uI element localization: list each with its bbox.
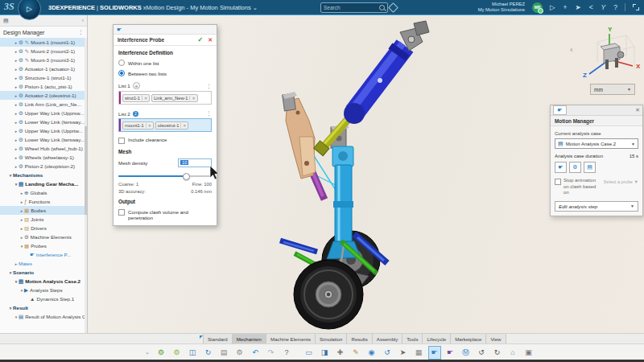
selection-chip-oleostrut-1[interactable]: oleostrut-1✕ xyxy=(155,121,189,130)
search-input[interactable]: Search xyxy=(320,2,388,13)
export-steps-button[interactable]: ▤ xyxy=(584,162,596,173)
mesh-density-slider[interactable] xyxy=(118,173,212,179)
help-icon[interactable]: ? xyxy=(613,0,617,14)
collaboration-icon[interactable]: Y xyxy=(601,0,606,14)
tree-item-actuator-2-oleostrut-1[interactable]: ▸⚙Actuator-2 (oleostrut-1) xyxy=(0,91,85,100)
tree-item-piston-2-oleopiston-2[interactable]: ▸⚙Piston-2 (oleopiston-2) xyxy=(0,162,85,171)
refresh-icon[interactable]: ↻ xyxy=(202,346,215,360)
tree-item-result[interactable]: ▾Result xyxy=(0,303,85,312)
snapshot-icon[interactable]: ▦ xyxy=(412,346,425,360)
tree-item-globals[interactable]: ▸⊕Globals xyxy=(0,188,85,197)
radio-off-icon[interactable] xyxy=(118,60,125,66)
edit-analysis-step-bar[interactable]: Edit analysis step ▼ xyxy=(555,201,638,212)
kebab-menu-icon[interactable]: ⋮ xyxy=(206,110,212,117)
tree-item-upper-way-link-upprsw[interactable]: ▸⚙Upper Way Link (Upprsw... xyxy=(0,109,85,117)
ground-icon[interactable]: ▭ xyxy=(303,346,316,360)
sketch-icon[interactable]: ✎ xyxy=(349,346,362,360)
results-box-icon[interactable]: ▣ xyxy=(522,346,535,360)
selection-chip-strut1-1[interactable]: strut1-1✕ xyxy=(122,94,150,102)
tag-icon[interactable] xyxy=(388,2,398,13)
toolbar-chevron-icon[interactable]: ⌄ xyxy=(145,349,155,356)
tree-item-wheel-hub-wheel-hub-1[interactable]: ▸⚙Wheel Hub (wheel_hub-1) xyxy=(0,144,85,153)
manipulator-icon[interactable]: ✚ xyxy=(334,346,347,360)
confirm-icon[interactable]: ✓ xyxy=(197,36,203,43)
compute-clash-row[interactable]: Compute clash volume and penetration xyxy=(118,209,212,220)
radio-on-icon[interactable] xyxy=(118,70,125,76)
checkbox-icon[interactable] xyxy=(118,138,125,144)
tree-item-landing-gear-mecha[interactable]: ▾▤Landing Gear Mecha... xyxy=(0,179,85,188)
tree-item-piston-1-actu-pist-1[interactable]: ▸⚙Piston-1 (actu_pist-1) xyxy=(0,82,85,91)
properties-sheet-icon[interactable]: ▤ xyxy=(217,346,230,360)
tree-scrollbar[interactable] xyxy=(85,38,87,333)
tree-item-scenario[interactable]: ▾Scenario xyxy=(0,268,85,277)
mates-icon[interactable]: Ⓜ xyxy=(460,346,473,360)
search-icon[interactable] xyxy=(379,5,385,10)
home-icon[interactable]: ⌂ xyxy=(506,346,519,360)
select-probe-dropdown[interactable]: Select a probe ▼ xyxy=(603,179,638,184)
help-icon[interactable]: ? xyxy=(280,346,293,360)
clash-detail-icon[interactable]: ↻ xyxy=(491,346,504,360)
panel-collapse-chevron[interactable]: ‹ xyxy=(570,44,573,54)
tree-item-bodies[interactable]: ▸▦Bodies xyxy=(0,206,85,215)
tree-item-functions[interactable]: ▸ƒFunctions xyxy=(0,197,85,206)
cube-icon[interactable]: ◨ xyxy=(318,346,331,360)
panel-collapse-icon[interactable]: ‹ xyxy=(82,18,84,23)
tree-item-mates[interactable]: ▸Mates xyxy=(0,259,85,268)
tree-item-result-of-motion-analysis-ca[interactable]: ▾▤Result of Motion Analysis Ca... xyxy=(0,312,85,321)
motion-manager-tab-icon[interactable]: ☛ xyxy=(553,105,567,115)
tree-item-actuator-1-actuator-1[interactable]: ▸⚙Actuator-1 (actuator-1) xyxy=(0,64,85,73)
probe-config-icon[interactable]: ☛ xyxy=(444,346,456,360)
undo-icon[interactable]: ↶ xyxy=(249,346,262,360)
tree-item-wheels-wheelassy-1[interactable]: ▸⚙Wheels (wheelassy-1) xyxy=(0,153,85,162)
tree-item-link-arm-link-arm-ne[interactable]: ▸⚙Link Arm (Link_arm_Ne... xyxy=(0,100,85,109)
close-icon[interactable]: ✕ xyxy=(635,107,640,113)
fullscreen-icon[interactable] xyxy=(633,4,639,10)
checkbox-icon[interactable] xyxy=(118,209,125,216)
units-dropdown[interactable]: mm ▼ xyxy=(590,84,635,95)
add-icon[interactable]: + xyxy=(564,0,568,14)
tree-item-mount-1-mount1-1[interactable]: ▸⚙✎Mount-1 (mount1-1) xyxy=(0,38,85,47)
list2-selection-field[interactable]: mount1-1✕oleostrut-1✕ xyxy=(118,118,212,132)
chip-remove-icon[interactable]: ✕ xyxy=(189,96,195,101)
new-content-icon[interactable]: ⚙ xyxy=(155,346,167,360)
redo-icon[interactable]: ↷ xyxy=(265,346,278,360)
tree-item-mechanisms[interactable]: ▾Mechanisms xyxy=(0,171,85,179)
selection-chip-mount1-1[interactable]: mount1-1✕ xyxy=(122,121,154,130)
close-icon[interactable]: ✕ xyxy=(208,37,213,43)
tree-item-probes[interactable]: ▾▩Probes xyxy=(0,241,85,250)
tree-item-joints[interactable]: ▸▧Joints xyxy=(0,215,85,224)
share-content-icon[interactable]: ➤ xyxy=(576,0,581,14)
document-title[interactable]: xMotion Design - My Motion Simulations xyxy=(143,4,251,11)
orientation-triad[interactable]: Y X Z xyxy=(573,24,642,88)
globe-icon[interactable]: ◉ xyxy=(365,346,378,360)
settings-gear-icon[interactable]: ⚙ xyxy=(233,346,246,360)
probe-button[interactable]: ☛ xyxy=(555,162,567,173)
clash-review-icon[interactable]: ↺ xyxy=(475,346,488,360)
pointer-icon[interactable]: ➤ xyxy=(397,346,410,360)
tree-item-upper-way-link-upprtw[interactable]: ▸⚙Upper Way Link (Upprtw... xyxy=(0,126,85,135)
slider-knob[interactable] xyxy=(183,173,190,180)
tree-item-dynamics-step-1[interactable]: ▲Dynamics Step.1 xyxy=(0,294,85,303)
tree-item-lower-way-link-lwrsway[interactable]: ▸⚙Lower Way Link (lwrsway... xyxy=(0,135,85,144)
tree-item-structure-1-strut1-1[interactable]: ▸⚙Structure-1 (strut1-1) xyxy=(0,73,85,82)
mesh-density-input[interactable]: 10 xyxy=(178,158,212,167)
selection-chip-link-arm-new-1[interactable]: Link_arm_New-1✕ xyxy=(151,94,197,102)
tree-item-lower-way-link-lwrsway[interactable]: ▸⚙Lower Way Link (lwrsway... xyxy=(0,117,85,126)
tree-item-drivers[interactable]: ▸▨Drivers xyxy=(0,224,85,232)
kebab-menu-icon[interactable]: ⋮ xyxy=(78,29,84,35)
interference-probe-icon[interactable]: ☛ xyxy=(428,346,441,360)
import-content-icon[interactable]: ⚙ xyxy=(171,346,184,360)
play-icon[interactable]: ▷ xyxy=(550,0,555,14)
include-clearance-row[interactable]: Include clearance xyxy=(118,137,212,144)
tree-item-mount-2-mount2-1[interactable]: ▸⚙✎Mount-2 (mount2-1) xyxy=(0,47,85,56)
list1-selection-field[interactable]: strut1-1✕Link_arm_New-1✕ xyxy=(118,91,212,105)
avatar[interactable]: MP xyxy=(532,2,543,13)
title-caret-icon[interactable]: ⌄ xyxy=(253,4,258,11)
dialog-title-bar[interactable]: Interference Probe ✓ ✕ xyxy=(114,35,217,46)
tree-item-machine-elements[interactable]: ▸⚙Machine Elements xyxy=(0,232,85,241)
save-icon[interactable]: ◫ xyxy=(186,346,199,360)
chip-remove-icon[interactable]: ✕ xyxy=(180,123,186,128)
tree-view-icon[interactable]: ▤ xyxy=(3,18,9,24)
rotate-view-icon[interactable]: ↺ xyxy=(381,346,394,360)
share-network-icon[interactable]: < xyxy=(589,0,593,14)
